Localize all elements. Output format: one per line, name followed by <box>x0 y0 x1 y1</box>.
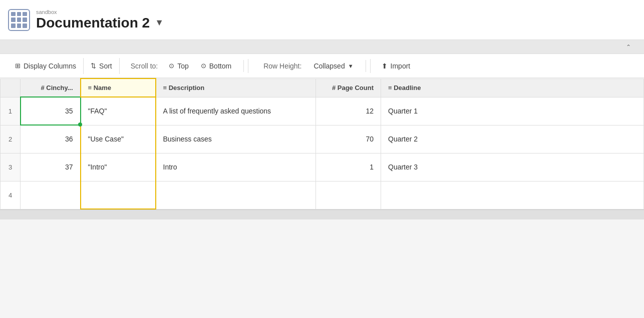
cell-cinchy-3[interactable]: 37 <box>21 153 81 181</box>
cell-deadline-3[interactable]: Quarter 3 <box>381 153 644 181</box>
toolbar: ⊞ Display Columns ⇅ Sort Scroll to: ⊙ To… <box>0 54 644 78</box>
scroll-to-label: Scroll to: <box>127 62 162 70</box>
row-height-group: Row Height: Collapsed ▼ <box>252 60 366 72</box>
display-columns-label: Display Columns <box>24 62 76 70</box>
sort-label: Sort <box>99 62 112 70</box>
icon-cell <box>17 12 22 16</box>
cell-page-count-1[interactable]: 12 <box>316 97 381 125</box>
scroll-bottom-button[interactable]: ⊙ Bottom <box>196 60 236 72</box>
icon-cell <box>23 12 27 16</box>
cell-description-1[interactable]: A list of frequently asked questions <box>156 97 316 125</box>
import-icon: ⬆ <box>382 62 388 70</box>
collapse-button[interactable]: ⌃ <box>623 42 634 52</box>
display-columns-icon: ⊞ <box>15 62 21 70</box>
table-container: # Cinchy... ≡ Name ≡ Description # Page … <box>0 78 644 210</box>
import-button[interactable]: ⬆ Import <box>375 58 418 74</box>
row-height-select[interactable]: Collapsed ▼ <box>308 60 358 72</box>
scroll-bottom-icon: ⊙ <box>201 62 206 70</box>
scroll-to-group: Scroll to: ⊙ Top ⊙ Bottom <box>120 60 244 72</box>
icon-cell <box>17 24 22 28</box>
row-height-dropdown-icon: ▼ <box>348 63 354 69</box>
cell-name-1[interactable]: "FAQ" <box>81 97 156 125</box>
header-row: # Cinchy... ≡ Name ≡ Description # Page … <box>1 78 644 97</box>
app-icon <box>8 9 30 31</box>
icon-cell <box>23 24 27 28</box>
icon-cell <box>11 24 16 28</box>
col-header-row-num <box>1 78 21 97</box>
import-label: Import <box>391 62 411 70</box>
icon-cell <box>11 18 16 22</box>
cell-cinchy-1[interactable]: 35 <box>21 97 81 125</box>
row-height-label: Row Height: <box>259 62 305 70</box>
table-body: 1 35 "FAQ" A list of frequently asked qu… <box>1 97 644 209</box>
page-title[interactable]: Documentation 2 ▼ <box>36 15 164 31</box>
display-columns-button[interactable]: ⊞ Display Columns <box>8 58 84 74</box>
cell-cinchy-4[interactable] <box>21 181 81 209</box>
cell-row-num-1: 1 <box>1 97 21 125</box>
horizontal-scrollbar[interactable] <box>0 210 644 220</box>
cell-description-4[interactable] <box>156 181 316 209</box>
cell-name-4[interactable] <box>81 181 156 209</box>
cell-page-count-2[interactable]: 70 <box>316 125 381 153</box>
col-header-page-count[interactable]: # Page Count <box>316 78 381 97</box>
table-row: 4 <box>1 181 644 209</box>
cell-description-3[interactable]: Intro <box>156 153 316 181</box>
table-row: 1 35 "FAQ" A list of frequently asked qu… <box>1 97 644 125</box>
cell-deadline-1[interactable]: Quarter 1 <box>381 97 644 125</box>
title-dropdown-icon[interactable]: ▼ <box>155 18 164 28</box>
scroll-top-button[interactable]: ⊙ Top <box>164 60 194 72</box>
cell-row-num-2: 2 <box>1 125 21 153</box>
cell-deadline-4[interactable] <box>381 181 644 209</box>
icon-cell <box>11 12 16 16</box>
scroll-top-label: Top <box>177 62 189 70</box>
collapse-bar: ⌃ <box>0 40 644 54</box>
app-header: sandbox Documentation 2 ▼ <box>0 0 644 40</box>
table-header: # Cinchy... ≡ Name ≡ Description # Page … <box>1 78 644 97</box>
row-height-value: Collapsed <box>313 62 345 70</box>
col-header-deadline[interactable]: ≡ Deadline <box>381 78 644 97</box>
icon-cell <box>17 18 22 22</box>
table-row: 3 37 "Intro" Intro 1 Quarter 3 <box>1 153 644 181</box>
cell-deadline-2[interactable]: Quarter 2 <box>381 125 644 153</box>
sort-icon: ⇅ <box>91 62 96 70</box>
icon-cell <box>23 18 27 22</box>
cell-page-count-3[interactable]: 1 <box>316 153 381 181</box>
cell-cinchy-2[interactable]: 36 <box>21 125 81 153</box>
col-header-name[interactable]: ≡ Name <box>81 78 156 97</box>
cell-name-2[interactable]: "Use Case" <box>81 125 156 153</box>
title-text: Documentation 2 <box>36 15 150 31</box>
cell-row-num-4: 4 <box>1 181 21 209</box>
toolbar-divider-2 <box>370 59 371 73</box>
toolbar-divider-1 <box>248 59 248 73</box>
sandbox-label: sandbox <box>36 9 164 15</box>
sort-button[interactable]: ⇅ Sort <box>84 58 120 74</box>
data-table: # Cinchy... ≡ Name ≡ Description # Page … <box>0 78 644 210</box>
cell-description-2[interactable]: Business cases <box>156 125 316 153</box>
scroll-bottom-label: Bottom <box>209 62 231 70</box>
scroll-top-icon: ⊙ <box>169 62 174 70</box>
table-row: 2 36 "Use Case" Business cases 70 Quarte… <box>1 125 644 153</box>
col-header-cinchy-id[interactable]: # Cinchy... <box>21 78 81 97</box>
header-text-group: sandbox Documentation 2 ▼ <box>36 9 164 31</box>
cell-row-num-3: 3 <box>1 153 21 181</box>
cell-name-3[interactable]: "Intro" <box>81 153 156 181</box>
cell-page-count-4[interactable] <box>316 181 381 209</box>
col-header-description[interactable]: ≡ Description <box>156 78 316 97</box>
